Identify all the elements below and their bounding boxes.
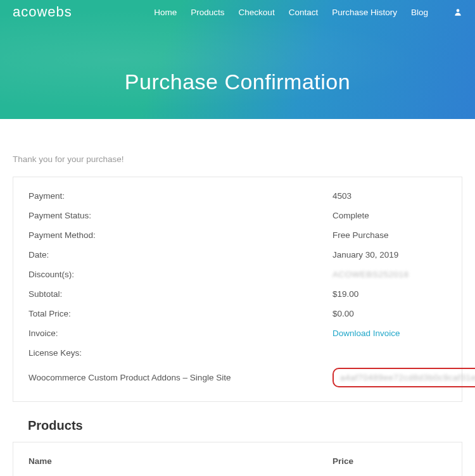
nav-menu: Home Products Checkout Contact Purchase … [154, 8, 428, 17]
download-invoice-link[interactable]: Download Invoice [332, 329, 400, 338]
nav-purchase-history[interactable]: Purchase History [332, 8, 397, 17]
value-discounts: ACOWEBS252018 [332, 270, 446, 279]
page-title: Purchase Confirmation [0, 70, 475, 94]
license-key-highlight: a4af70489ee72cd8d3b0c9caf31ede36 [332, 368, 475, 387]
products-table: Name Price Woocommerce Custom Product Ad… [13, 442, 462, 476]
brand-logo[interactable]: acowebs [13, 4, 72, 20]
value-total: $0.00 [332, 309, 446, 318]
hero-banner: acowebs Home Products Checkout Contact P… [0, 0, 475, 119]
value-date: January 30, 2019 [332, 250, 446, 260]
value-method: Free Purchase [332, 230, 446, 240]
top-nav: acowebs Home Products Checkout Contact P… [0, 0, 475, 20]
row-invoice: Invoice: Download Invoice [28, 323, 446, 343]
nav-products[interactable]: Products [191, 8, 224, 17]
value-payment: 4503 [332, 191, 446, 201]
nav-home[interactable]: Home [154, 8, 177, 17]
row-date: Date: January 30, 2019 [28, 245, 446, 265]
label-total: Total Price: [28, 309, 332, 318]
row-license-item: Woocommerce Custom Product Addons – Sing… [28, 363, 446, 392]
page-content: Thank you for your purchase! Payment: 45… [0, 119, 475, 476]
value-status: Complete [332, 211, 446, 220]
label-discounts: Discount(s): [28, 270, 332, 279]
products-header-row: Name Price [28, 451, 446, 471]
col-price: Price [332, 456, 446, 466]
order-details-panel: Payment: 4503 Payment Status: Complete P… [13, 177, 462, 402]
value-subtotal: $19.00 [332, 289, 446, 299]
row-method: Payment Method: Free Purchase [28, 225, 446, 245]
user-icon[interactable] [453, 8, 462, 16]
label-method: Payment Method: [28, 230, 332, 240]
row-license-header: License Keys: [28, 343, 446, 363]
svg-point-0 [457, 9, 460, 12]
col-name: Name [28, 456, 332, 466]
row-payment: Payment: 4503 [28, 186, 446, 206]
label-date: Date: [28, 250, 332, 260]
row-status: Payment Status: Complete [28, 206, 446, 225]
label-invoice: Invoice: [28, 329, 332, 338]
row-subtotal: Subtotal: $19.00 [28, 284, 446, 304]
nav-contact[interactable]: Contact [289, 8, 319, 17]
products-heading: Products [28, 418, 462, 433]
license-key-value: a4af70489ee72cd8d3b0c9caf31ede36 [340, 373, 475, 382]
label-status: Payment Status: [28, 211, 332, 220]
nav-checkout[interactable]: Checkout [239, 8, 275, 17]
product-row: Woocommerce Custom Product Addons – Sing… [28, 471, 446, 476]
row-discounts: Discount(s): ACOWEBS252018 [28, 265, 446, 284]
label-payment: Payment: [28, 191, 332, 201]
label-license: License Keys: [28, 348, 332, 358]
row-total: Total Price: $0.00 [28, 304, 446, 323]
thank-you-text: Thank you for your purchase! [13, 154, 462, 164]
label-subtotal: Subtotal: [28, 289, 332, 299]
nav-blog[interactable]: Blog [411, 8, 428, 17]
license-product-name: Woocommerce Custom Product Addons – Sing… [28, 373, 332, 382]
